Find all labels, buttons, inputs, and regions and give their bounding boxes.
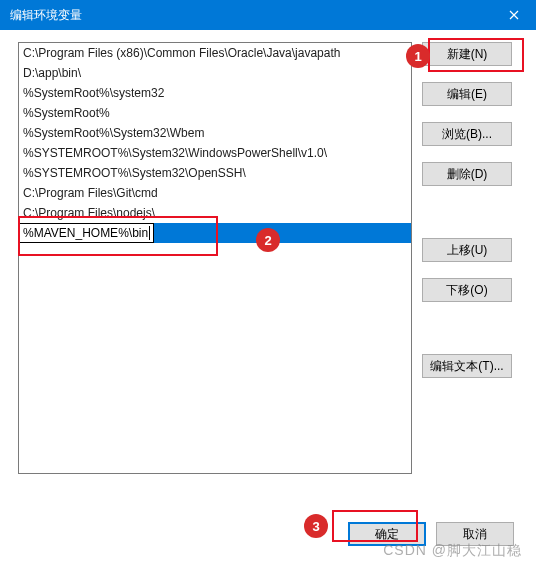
- list-item[interactable]: C:\Program Files\Git\cmd: [19, 183, 411, 203]
- movedown-button[interactable]: 下移(O): [422, 278, 512, 302]
- callout-badge-3: 3: [304, 514, 328, 538]
- list-item-editing[interactable]: %MAVEN_HOME%\bin: [19, 223, 411, 243]
- text-caret: [149, 226, 150, 240]
- delete-button[interactable]: 删除(D): [422, 162, 512, 186]
- side-buttons: 新建(N) 编辑(E) 浏览(B)... 删除(D) 上移(U) 下移(O) 编…: [422, 42, 512, 504]
- inline-edit-input[interactable]: %MAVEN_HOME%\bin: [19, 223, 154, 243]
- list-item[interactable]: %SystemRoot%\system32: [19, 83, 411, 103]
- list-item[interactable]: D:\app\bin\: [19, 63, 411, 83]
- list-item[interactable]: C:\Program Files\nodejs\: [19, 203, 411, 223]
- titlebar: 编辑环境变量: [0, 0, 536, 30]
- window-title: 编辑环境变量: [10, 7, 82, 24]
- list-item[interactable]: %SYSTEMROOT%\System32\WindowsPowerShell\…: [19, 143, 411, 163]
- list-item[interactable]: %SYSTEMROOT%\System32\OpenSSH\: [19, 163, 411, 183]
- dialog-footer: 确定 取消: [348, 522, 514, 546]
- close-icon[interactable]: [491, 0, 536, 30]
- new-button[interactable]: 新建(N): [422, 42, 512, 66]
- edittext-button[interactable]: 编辑文本(T)...: [422, 354, 512, 378]
- list-item[interactable]: C:\Program Files (x86)\Common Files\Orac…: [19, 43, 411, 63]
- list-item[interactable]: %SystemRoot%: [19, 103, 411, 123]
- browse-button[interactable]: 浏览(B)...: [422, 122, 512, 146]
- cancel-button[interactable]: 取消: [436, 522, 514, 546]
- edit-value: %MAVEN_HOME%\bin: [23, 224, 148, 242]
- edit-button[interactable]: 编辑(E): [422, 82, 512, 106]
- env-var-list[interactable]: C:\Program Files (x86)\Common Files\Orac…: [18, 42, 412, 474]
- moveup-button[interactable]: 上移(U): [422, 238, 512, 262]
- list-item[interactable]: %SystemRoot%\System32\Wbem: [19, 123, 411, 143]
- ok-button[interactable]: 确定: [348, 522, 426, 546]
